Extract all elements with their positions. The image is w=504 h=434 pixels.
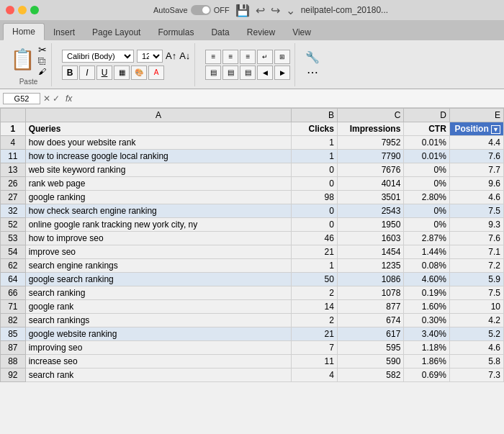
cell-impressions[interactable]: 1454 [337, 245, 403, 259]
decrease-font-icon[interactable]: A↓ [179, 50, 190, 61]
cut-icon[interactable]: ✂ [38, 44, 47, 55]
cell-clicks[interactable]: 50 [292, 273, 338, 286]
tab-page-layout[interactable]: Page Layout [84, 24, 149, 40]
cell-impressions[interactable]: Impressions [337, 122, 403, 136]
merge-button[interactable]: ⊞ [274, 50, 290, 64]
cell-query[interactable]: search rank [25, 369, 292, 382]
cell-impressions[interactable]: 595 [337, 341, 403, 355]
cell-impressions[interactable]: 1078 [337, 286, 403, 300]
cell-impressions[interactable]: 1603 [337, 232, 403, 245]
cell-position[interactable]: 7.7 [449, 163, 503, 177]
cell-ctr[interactable]: 0% [404, 218, 450, 232]
cell-position[interactable]: 9.6 [449, 177, 503, 191]
table-row[interactable]: 13web site keyword ranking076760%7.7 [1, 163, 504, 177]
cell-position[interactable]: 7.6 [449, 150, 503, 163]
cell-impressions[interactable]: 590 [337, 355, 403, 369]
table-row[interactable]: 82search rankings26740.30%4.2 [1, 314, 504, 327]
align-center-button[interactable]: ▤ [222, 65, 238, 80]
cell-query[interactable]: improving seo [25, 341, 292, 355]
table-row[interactable]: 71google rank148771.60%10 [1, 300, 504, 314]
cell-clicks[interactable]: 2 [292, 314, 338, 327]
cell-clicks[interactable]: 4 [292, 369, 338, 382]
table-row[interactable]: 62search engine rankings112350.08%7.2 [1, 259, 504, 273]
cell-impressions[interactable]: 7952 [337, 136, 403, 150]
cell-impressions[interactable]: 1086 [337, 273, 403, 286]
more-icon[interactable]: ⋯ [307, 65, 318, 79]
cell-query[interactable]: improve seo [25, 245, 292, 259]
cell-clicks[interactable]: 0 [292, 177, 338, 191]
cell-position[interactable]: Position ▼ [449, 122, 503, 136]
table-row[interactable]: 64google search ranking5010864.60%5.9 [1, 273, 504, 286]
minimize-button[interactable] [18, 6, 27, 14]
cell-clicks[interactable]: 1 [292, 150, 338, 163]
col-header-c[interactable]: C [337, 109, 403, 122]
table-row[interactable]: 87improving seo75951.18%4.6 [1, 341, 504, 355]
cell-ctr[interactable]: 1.18% [404, 341, 450, 355]
table-row[interactable]: 52online google rank tracking new york c… [1, 218, 504, 232]
table-row[interactable]: 54improve seo2114541.44%7.1 [1, 245, 504, 259]
cell-query[interactable]: search ranking [25, 286, 292, 300]
fill-color-button[interactable]: 🎨 [131, 65, 147, 80]
cell-query[interactable]: search rankings [25, 314, 292, 327]
cell-clicks[interactable]: 14 [292, 300, 338, 314]
cell-query[interactable]: online google rank tracking new york cit… [25, 218, 292, 232]
maximize-button[interactable] [30, 6, 39, 14]
table-row[interactable]: 1QueriesClicksImpressionsCTRPosition ▼ [1, 122, 504, 136]
cell-ctr[interactable]: 1.44% [404, 245, 450, 259]
indent-decrease-button[interactable]: ◀ [257, 65, 273, 80]
cell-query[interactable]: how to increase google local ranking [25, 150, 292, 163]
cell-impressions[interactable]: 582 [337, 369, 403, 382]
cell-ctr[interactable]: 0% [404, 204, 450, 218]
cell-clicks[interactable]: 7 [292, 341, 338, 355]
border-button[interactable]: ▦ [114, 65, 130, 80]
cell-ctr[interactable]: 0% [404, 177, 450, 191]
cell-clicks[interactable]: 0 [292, 218, 338, 232]
formula-input[interactable] [78, 94, 501, 104]
cell-position[interactable]: 5.8 [449, 355, 503, 369]
cell-ctr[interactable]: 3.40% [404, 327, 450, 341]
italic-button[interactable]: I [79, 65, 95, 80]
cell-reference-input[interactable] [3, 93, 40, 104]
tab-review[interactable]: Review [238, 24, 284, 40]
tab-home[interactable]: Home [3, 23, 45, 40]
cell-ctr[interactable]: 4.60% [404, 273, 450, 286]
cell-query[interactable]: how check search engine ranking [25, 204, 292, 218]
cell-ctr[interactable]: CTR [404, 122, 450, 136]
align-right-button[interactable]: ▤ [240, 65, 256, 80]
cell-position[interactable]: 7.5 [449, 286, 503, 300]
cell-query[interactable]: Queries [25, 122, 292, 136]
tab-data[interactable]: Data [202, 24, 238, 40]
cell-query[interactable]: increase seo [25, 355, 292, 369]
dropdown-icon[interactable]: ⌄ [286, 4, 295, 17]
cell-impressions[interactable]: 1950 [337, 218, 403, 232]
cell-ctr[interactable]: 0.08% [404, 259, 450, 273]
cell-query[interactable]: google search ranking [25, 273, 292, 286]
cell-clicks[interactable]: 21 [292, 327, 338, 341]
cell-clicks[interactable]: Clicks [292, 122, 338, 136]
col-header-a[interactable]: A [25, 109, 292, 122]
cell-clicks[interactable]: 1 [292, 259, 338, 273]
table-row[interactable]: 27google ranking9835012.80%4.6 [1, 191, 504, 204]
cell-clicks[interactable]: 46 [292, 232, 338, 245]
paste-icon[interactable]: 📋 [10, 48, 35, 71]
cell-ctr[interactable]: 0.01% [404, 136, 450, 150]
cell-position[interactable]: 4.6 [449, 341, 503, 355]
undo-icon[interactable]: ↩ [256, 4, 265, 17]
cell-query[interactable]: how does your website rank [25, 136, 292, 150]
table-row[interactable]: 85google website ranking216173.40%5.2 [1, 327, 504, 341]
col-header-d[interactable]: D [404, 109, 450, 122]
cell-position[interactable]: 4.4 [449, 136, 503, 150]
table-row[interactable]: 92search rank45820.69%7.3 [1, 369, 504, 382]
cell-impressions[interactable]: 3501 [337, 191, 403, 204]
cell-query[interactable]: rank web page [25, 177, 292, 191]
tab-view[interactable]: View [284, 24, 320, 40]
cell-query[interactable]: google website ranking [25, 327, 292, 341]
cell-position[interactable]: 7.2 [449, 259, 503, 273]
col-header-b[interactable]: B [292, 109, 338, 122]
cell-ctr[interactable]: 1.60% [404, 300, 450, 314]
cell-query[interactable]: web site keyword ranking [25, 163, 292, 177]
cell-query[interactable]: google rank [25, 300, 292, 314]
indent-increase-button[interactable]: ▶ [274, 65, 290, 80]
cell-query[interactable]: how to improve seo [25, 232, 292, 245]
cell-clicks[interactable]: 21 [292, 245, 338, 259]
